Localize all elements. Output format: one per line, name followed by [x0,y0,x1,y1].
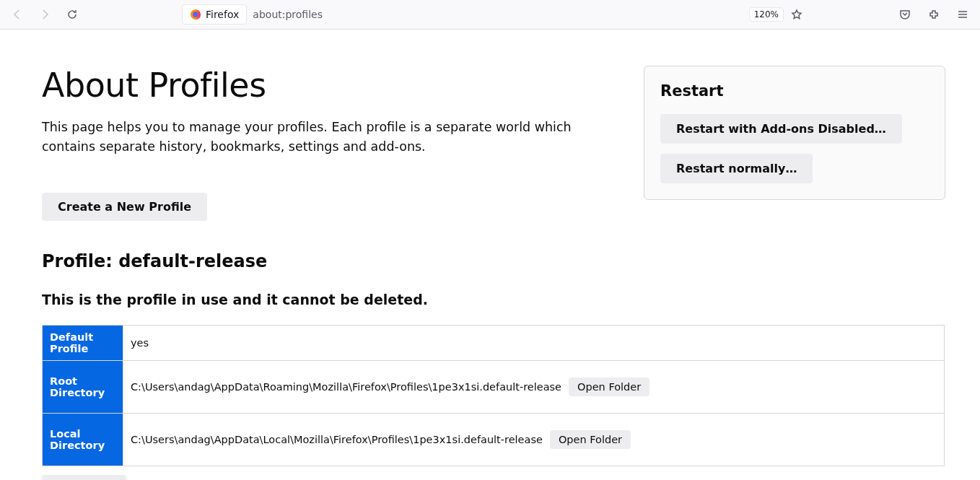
url-bar[interactable]: Firefox about:profiles 120% [182,3,802,26]
url-text: about:profiles [253,9,323,20]
open-local-folder-button[interactable]: Open Folder [550,430,631,449]
back-button[interactable] [6,3,29,26]
create-profile-button[interactable]: Create a New Profile [42,193,207,221]
root-directory-label: Root Directory [43,361,123,414]
toolbar-right [893,3,974,26]
rename-button[interactable]: Rename [42,475,126,480]
reload-icon [66,9,78,20]
pocket-icon [899,9,911,20]
pocket-button[interactable] [893,3,916,26]
back-icon [12,9,23,20]
identity-label: Firefox [206,9,239,20]
browser-toolbar: Firefox about:profiles 120% [0,0,980,30]
local-directory-cell: C:\Users\andag\AppData\Local\Mozilla\Fir… [123,414,945,466]
page-description: This page helps you to manage your profi… [42,118,626,157]
restart-heading: Restart [660,82,929,100]
root-directory-path: C:\Users\andag\AppData\Roaming\Mozilla\F… [131,381,561,393]
forward-button[interactable] [33,3,56,26]
zoom-badge[interactable]: 120% [749,7,784,22]
restart-box: Restart Restart with Add-ons Disabled… R… [644,66,945,200]
table-row: Local Directory C:\Users\andag\AppData\L… [43,414,945,466]
profile-heading: Profile: default-release [42,251,945,271]
page-content: About Profiles This page helps you to ma… [0,30,980,480]
restart-addons-disabled-button[interactable]: Restart with Add-ons Disabled… [660,114,902,144]
forward-icon [39,9,51,20]
restart-normally-button[interactable]: Restart normally… [660,154,813,183]
app-menu-button[interactable] [951,3,974,26]
bookmark-star-icon[interactable] [791,9,802,20]
extensions-button[interactable] [922,3,945,26]
identity-box[interactable]: Firefox [182,4,247,25]
puzzle-icon [928,9,940,20]
table-row: Default Profile yes [43,326,945,361]
urlbar-right: 120% [749,7,802,22]
profile-notice: This is the profile in use and it cannot… [42,292,945,307]
reload-button[interactable] [61,3,84,26]
root-directory-cell: C:\Users\andag\AppData\Roaming\Mozilla\F… [123,361,945,414]
svg-point-1 [193,12,198,17]
profile-table: Default Profile yes Root Directory C:\Us… [42,325,945,466]
default-profile-label: Default Profile [43,326,123,361]
local-directory-path: C:\Users\andag\AppData\Local\Mozilla\Fir… [131,434,543,445]
hamburger-icon [957,9,968,20]
firefox-icon [190,9,201,20]
open-root-folder-button[interactable]: Open Folder [569,378,649,396]
local-directory-label: Local Directory [43,414,123,466]
default-profile-value: yes [123,326,945,361]
table-row: Root Directory C:\Users\andag\AppData\Ro… [43,361,945,414]
